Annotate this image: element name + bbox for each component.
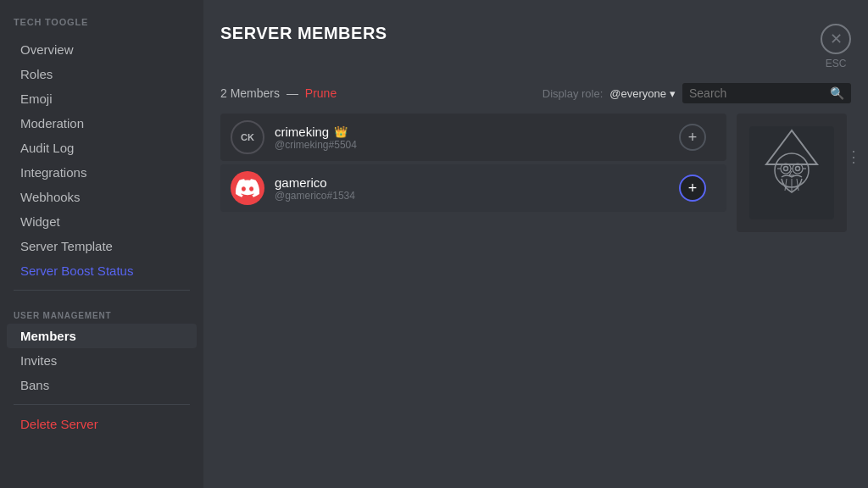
sidebar-item-members[interactable]: Members <box>7 324 197 348</box>
add-role-button-selected[interactable]: + <box>679 175 706 202</box>
sidebar-item-emoji[interactable]: Emoji <box>7 86 197 111</box>
member-count: 2 Members — Prune <box>220 86 337 100</box>
svg-rect-0 <box>749 126 834 219</box>
close-button[interactable]: ✕ <box>821 24 851 54</box>
plus-icon: + <box>688 180 698 197</box>
sidebar-item-integrations[interactable]: Integrations <box>7 160 197 185</box>
close-icon: ✕ <box>830 30 843 48</box>
member-info: gamerico @gamerico#1534 <box>275 175 679 202</box>
add-role-button[interactable]: + <box>679 124 706 151</box>
member-info: crimeking 👑 @crimeking#5504 <box>275 125 679 151</box>
user-management-label: USER MANAGEMENT <box>0 297 203 324</box>
sidebar-item-roles[interactable]: Roles <box>7 62 197 86</box>
profile-card <box>737 114 847 232</box>
member-tag: @crimeking#5504 <box>275 139 679 151</box>
page-title: SERVER MEMBERS <box>220 24 387 43</box>
table-row: gamerico @gamerico#1534 + <box>220 164 726 212</box>
sidebar-item-server-template[interactable]: Server Template <box>7 234 197 258</box>
prune-link[interactable]: Prune <box>305 86 337 100</box>
sidebar-item-webhooks[interactable]: Webhooks <box>7 185 197 209</box>
server-name: TECH TOOGLE <box>0 17 203 37</box>
sidebar-divider <box>14 290 190 291</box>
plus-icon: + <box>688 129 698 147</box>
more-options-button[interactable]: ⋮ <box>839 145 868 169</box>
avatar <box>231 171 264 205</box>
member-tag: @gamerico#1534 <box>275 190 679 202</box>
crown-icon: 👑 <box>334 125 348 138</box>
close-group: ✕ ESC <box>821 24 851 69</box>
display-role-label: Display role: <box>542 87 604 100</box>
member-name: gamerico <box>275 175 679 190</box>
member-bar: 2 Members — Prune Display role: @everyon… <box>203 69 868 114</box>
sidebar-item-invites[interactable]: Invites <box>7 348 197 373</box>
member-controls: Display role: @everyone ▾ 🔍 <box>542 83 851 103</box>
sidebar-item-server-boost-status[interactable]: Server Boost Status <box>7 258 197 283</box>
sidebar: TECH TOOGLE Overview Roles Emoji Moderat… <box>0 0 203 488</box>
profile-panel: ⋮ <box>737 114 851 488</box>
avatar: CK <box>231 120 264 154</box>
sidebar-item-bans[interactable]: Bans <box>7 373 197 397</box>
member-name: crimeking 👑 <box>275 125 679 139</box>
main-content: SERVER MEMBERS ✕ ESC 2 Members — Prune D… <box>203 0 868 488</box>
sidebar-item-delete-server[interactable]: Delete Server <box>7 412 197 436</box>
member-count-area: 2 Members — Prune <box>220 86 337 101</box>
search-input[interactable] <box>689 86 825 100</box>
role-selector[interactable]: @everyone ▾ <box>609 87 676 100</box>
chevron-down-icon: ▾ <box>670 87 676 100</box>
sidebar-item-overview[interactable]: Overview <box>7 37 197 62</box>
sidebar-divider-2 <box>14 404 190 405</box>
page-header: SERVER MEMBERS ✕ ESC <box>203 0 868 69</box>
search-box: 🔍 <box>682 83 851 103</box>
sidebar-item-widget[interactable]: Widget <box>7 209 197 234</box>
search-icon: 🔍 <box>830 86 844 100</box>
sidebar-item-moderation[interactable]: Moderation <box>7 111 197 136</box>
members-list: CK crimeking 👑 @crimeking#5504 + <box>220 114 726 488</box>
esc-label: ESC <box>826 58 847 69</box>
sidebar-item-audit-log[interactable]: Audit Log <box>7 136 197 160</box>
table-row: CK crimeking 👑 @crimeking#5504 + <box>220 114 726 161</box>
